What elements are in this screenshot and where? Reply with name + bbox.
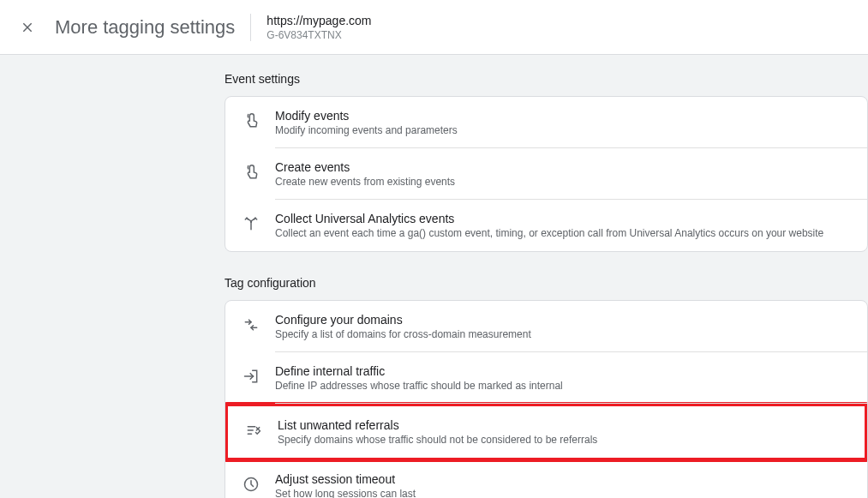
tag-config-card: Configure your domains Specify a list of… — [224, 300, 868, 498]
header: More tagging settings https://mypage.com… — [0, 0, 868, 55]
highlighted-item: List unwanted referrals Specify domains … — [224, 402, 868, 462]
tag-config-label: Tag configuration — [224, 276, 868, 290]
item-title: Collect Universal Analytics events — [275, 212, 852, 225]
enter-icon — [241, 366, 261, 387]
create-events-item[interactable]: Create events Create new events from exi… — [225, 148, 867, 200]
event-settings-label: Event settings — [224, 72, 868, 86]
item-title: Define internal traffic — [275, 364, 852, 378]
item-desc: Define IP addresses whose traffic should… — [275, 380, 852, 392]
configure-domains-item[interactable]: Configure your domains Specify a list of… — [225, 301, 867, 352]
item-desc: Collect an event each time a ga() custom… — [275, 227, 852, 239]
touch-icon — [241, 162, 261, 183]
content-area: Event settings Modify events Modify inco… — [0, 55, 868, 498]
item-desc: Create new events from existing events — [275, 176, 852, 188]
arrows-merge-icon — [241, 315, 261, 335]
list-unwanted-referrals-item[interactable]: List unwanted referrals Specify domains … — [228, 406, 865, 458]
item-title: Adjust session timeout — [275, 472, 852, 486]
item-title: Create events — [275, 160, 852, 174]
item-title: Modify events — [275, 109, 852, 123]
close-icon — [21, 21, 33, 33]
item-desc: Specify a list of domains for cross-doma… — [275, 328, 852, 340]
item-desc: Specify domains whose traffic should not… — [278, 434, 849, 446]
item-desc: Set how long sessions can last — [275, 488, 852, 498]
adjust-session-timeout-item[interactable]: Adjust session timeout Set how long sess… — [225, 460, 867, 498]
tag-id: G-6V834TXTNX — [266, 29, 371, 41]
property-url: https://mypage.com — [266, 14, 371, 27]
touch-icon — [241, 111, 261, 131]
split-icon — [241, 213, 261, 234]
header-divider — [250, 14, 251, 41]
page-title: More tagging settings — [55, 16, 235, 39]
filter-list-icon — [243, 420, 264, 441]
item-title: Configure your domains — [275, 313, 852, 327]
header-info: https://mypage.com G-6V834TXTNX — [266, 14, 371, 41]
define-internal-traffic-item[interactable]: Define internal traffic Define IP addres… — [225, 352, 867, 404]
close-button[interactable] — [17, 17, 38, 38]
clock-icon — [241, 474, 261, 495]
item-desc: Modify incoming events and parameters — [275, 124, 852, 136]
event-settings-card: Modify events Modify incoming events and… — [224, 96, 868, 252]
collect-ua-events-item[interactable]: Collect Universal Analytics events Colle… — [225, 200, 867, 251]
modify-events-item[interactable]: Modify events Modify incoming events and… — [225, 97, 867, 148]
item-title: List unwanted referrals — [278, 418, 849, 432]
